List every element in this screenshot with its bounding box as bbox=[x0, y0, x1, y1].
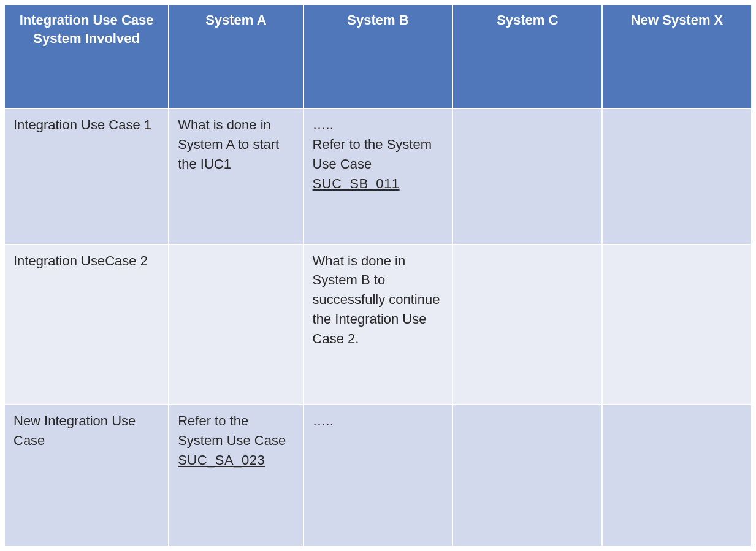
row-label: Integration UseCase 2 bbox=[4, 245, 169, 405]
cell-system-a bbox=[169, 245, 303, 405]
cell-new-system-x bbox=[602, 245, 752, 405]
row-label: New Integration Use Case bbox=[4, 405, 169, 547]
header-corner-line1: Integration Use Case bbox=[13, 11, 159, 29]
table-header-row: Integration Use Case System Involved Sys… bbox=[4, 4, 752, 108]
row-label: Integration Use Case 1 bbox=[4, 108, 169, 245]
integration-matrix-table: Integration Use Case System Involved Sys… bbox=[4, 4, 752, 547]
header-system-b: System B bbox=[304, 4, 453, 108]
cell-prefix: ….. bbox=[313, 115, 444, 135]
cell-text: Refer to the System Use Case bbox=[178, 411, 294, 450]
cell-text: What is done in System B to successfully… bbox=[313, 251, 444, 349]
header-system-c: System C bbox=[452, 4, 602, 108]
cell-system-c bbox=[452, 245, 602, 405]
cell-link[interactable]: SUC_SA_023 bbox=[178, 450, 294, 470]
header-system-a: System A bbox=[169, 4, 303, 108]
cell-text: Refer to the System Use Case bbox=[313, 135, 444, 174]
cell-system-c bbox=[452, 405, 602, 547]
table-row: New Integration Use Case Refer to the Sy… bbox=[4, 405, 752, 547]
header-corner: Integration Use Case System Involved bbox=[4, 4, 169, 108]
cell-system-a: What is done in System A to start the IU… bbox=[169, 108, 303, 245]
cell-system-b: ….. Refer to the System Use Case SUC_SB_… bbox=[304, 108, 453, 245]
cell-text: What is done in System A to start the IU… bbox=[178, 115, 294, 174]
cell-new-system-x bbox=[602, 405, 752, 547]
cell-prefix: ….. bbox=[313, 411, 444, 431]
table-row: Integration UseCase 2 What is done in Sy… bbox=[4, 245, 752, 405]
cell-new-system-x bbox=[602, 108, 752, 245]
cell-system-b: What is done in System B to successfully… bbox=[304, 245, 453, 405]
cell-system-a: Refer to the System Use Case SUC_SA_023 bbox=[169, 405, 303, 547]
page: Integration Use Case System Involved Sys… bbox=[0, 0, 756, 551]
cell-link[interactable]: SUC_SB_011 bbox=[313, 174, 444, 194]
cell-system-b: ….. bbox=[304, 405, 453, 547]
header-new-system-x: New System X bbox=[602, 4, 752, 108]
table-row: Integration Use Case 1 What is done in S… bbox=[4, 108, 752, 245]
header-corner-line2: System Involved bbox=[13, 29, 159, 48]
cell-system-c bbox=[452, 108, 602, 245]
